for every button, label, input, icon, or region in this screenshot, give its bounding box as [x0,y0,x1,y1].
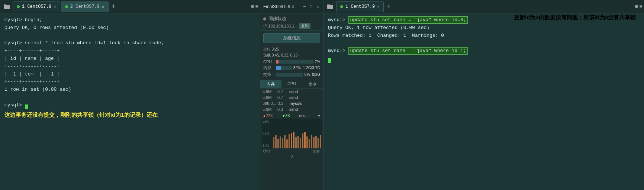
process-tabs: 内存 CPU 命令 [260,80,323,88]
close-icon-2[interactable]: ✕ [102,4,104,9]
terminal-line: mysql> begin; [4,16,255,24]
proc-tab-mem[interactable]: 内存 [260,80,281,88]
middle-sysinfo-panel: FinalShell 5.9.4 — □ ✕ 同步状态 IP 192.168.1… [260,0,323,190]
proc-name-3: mysqld [290,101,321,106]
middle-title-bar: FinalShell 5.9.4 — □ ✕ [260,0,323,13]
network-section: ▲22K ▼3K ens... ▼ 39K 27K 13K [260,114,323,158]
proc-mem-4: 5.9M [263,107,276,112]
proc-cpu-4: 0.3 [277,107,288,112]
chart-labels: 39K 27K 13K [263,119,269,148]
proc-name-1: sshd [289,89,321,94]
right-menu-icon[interactable]: ≡ [640,4,643,10]
proc-mem-3: 398.3... [263,101,276,106]
chart-label-27k: 27K [263,132,269,136]
right-folder-icon[interactable] [325,1,335,12]
svg-rect-14 [304,132,306,148]
process-table: 5.9M 0.7 sshd 5.9M 0.7 sshd 398.3... 0.3… [260,88,323,112]
proc-cpu-2: 0.7 [277,95,288,100]
right-terminal-area: mysql> update stu set name = "java" wher… [323,13,644,66]
tab-label: 1 CentOS7.9 [22,4,51,9]
terminal-line: +----+------+-----+ [4,47,255,55]
swap-label: 交换 [263,72,274,77]
proc-mem-2: 5.9M [263,95,276,100]
swap-pct: 0% [305,73,310,77]
minimize-button[interactable]: — [302,4,307,9]
svg-rect-20 [318,138,319,148]
terminal-line: +----+------+-----+ [4,78,255,86]
svg-rect-15 [306,136,308,148]
net-dropdown-icon[interactable]: ▼ [317,114,321,118]
close-icon[interactable]: ✕ [54,4,56,9]
svg-rect-7 [289,134,290,148]
proc-name-4: sshd [289,107,321,112]
cursor-block [25,104,28,109]
folder-icon[interactable] [1,1,12,12]
tab-label-2: 2 CentOS7.9 [70,4,100,9]
copy-ip-button[interactable]: 复制 [299,23,310,29]
load-label: 负载 0.45, 0.32, 0.23 [263,53,320,58]
proc-tab-cmd[interactable]: 命令 [302,80,323,88]
svg-rect-9 [293,132,294,148]
proc-row-2: 5.9M 0.7 sshd [262,94,322,100]
right-add-tab-button[interactable]: + [384,2,393,11]
proc-row-1: 5.9M 0.7 sshd [262,88,322,94]
swap-bar-outer [276,73,303,77]
tab-centos2[interactable]: 2 CentOS7.9 ✕ [61,1,109,12]
chart-label-13k: 13K [263,144,269,148]
terminal-line: 1 row in set (0.00 sec) [4,86,255,94]
add-tab-button[interactable]: + [109,2,118,11]
svg-rect-16 [309,139,310,148]
svg-rect-8 [291,133,292,148]
svg-rect-2 [277,139,279,148]
right-content-area: mysql> update stu set name = "java" wher… [323,13,644,190]
right-tab-centos1[interactable]: 1 CentOS7.9 ✕ [336,1,384,12]
sync-section: 同步状态 IP 192.168.135.1... 复制 [260,13,323,31]
right-cursor-block [328,58,331,63]
tab-centos1[interactable]: 1 CentOS7.9 ✕ [13,1,60,12]
svg-rect-13 [302,133,303,148]
left-tab-bar: 1 CentOS7.9 ✕ 2 CentOS7.9 ✕ + ⊞ ≡ [0,0,260,13]
cpu-bar-outer [276,60,313,64]
proc-cpu-1: 0.7 [277,89,288,94]
terminal-line [4,94,255,102]
net-interface: ens... [299,114,308,118]
grid-icon[interactable]: ⊞ [251,3,254,10]
mem-pct: 32% [293,66,301,70]
annotation-line: 这边事务还没有提交，刚刚的共享锁（针对id为1的记录）还在 [4,111,255,120]
mem-label: 内存 [263,65,274,71]
right-grid-icon[interactable]: ⊞ [635,3,638,10]
sync-status-dot [263,17,266,20]
window-controls: — □ ✕ [302,4,320,9]
sync-label: 同步状态 [268,16,286,22]
proc-name-2: sshd [289,95,321,100]
terminal-line: | 1 | tom | 1 | [4,71,255,78]
terminal-line: +----+------+-----+ [4,63,255,71]
terminal-line: mysql> [4,102,255,109]
terminal-line: Query OK, 0 rows affected (0.00 sec) [4,24,255,32]
network-chart: 39K 27K 13K [262,119,322,148]
system-info-button[interactable]: 系统信息 [263,33,320,43]
chart-bottom-zero: 0 [262,154,322,158]
svg-rect-12 [300,138,301,148]
cpu-bar-inner [276,60,278,64]
maximize-button[interactable]: □ [309,4,313,9]
runtime-label: 运行 3:25 [263,47,320,52]
close-window-button[interactable]: ✕ [316,4,320,9]
proc-row-4: 5.9M 0.3 sshd [262,106,322,112]
svg-rect-17 [311,135,312,148]
swap-val: 0/2G [312,73,320,77]
mem-bar-outer [276,66,292,70]
annotation-top: 更新id为3的数据没有问题；应该id为3没有共享锁 [514,13,640,22]
proc-tab-cpu[interactable]: CPU [281,80,303,88]
net-header: ▲22K ▼3K ens... ▼ [262,114,322,118]
svg-rect-5 [284,135,286,148]
tab-status-dot [17,5,20,8]
cpu-label: CPU [263,59,274,64]
app-title: FinalShell 5.9.4 [263,4,294,9]
menu-icon[interactable]: ≡ [255,4,258,10]
left-terminal-area: mysql> begin; Query OK, 0 rows affected … [0,13,260,190]
right-annotation-area: 更新id为3的数据没有问题；应该id为3没有共享锁 更新id为1的数据有问题；应… [514,13,640,66]
cpu-pct: 7% [315,60,320,64]
terminal-line [4,32,255,40]
right-close-icon[interactable]: ✕ [377,4,380,9]
